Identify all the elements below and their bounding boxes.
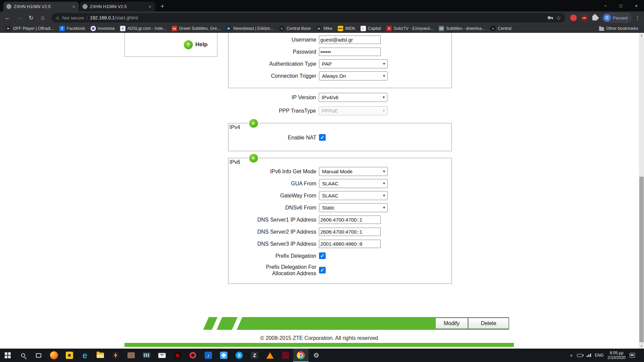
bookmark-item[interactable]: Facebook	[57, 25, 88, 32]
form-row-password: Password	[228, 46, 451, 58]
minimize-button[interactable]: −	[598, 0, 613, 11]
auth-type-select[interactable]: PAP▾	[319, 59, 388, 68]
extension-adblock-button[interactable]	[569, 13, 579, 23]
taskbar-winamp[interactable]	[108, 349, 123, 362]
new-tab-button[interactable]: +	[158, 2, 167, 11]
reload-button[interactable]: ↻	[25, 12, 37, 23]
taskbar-settings[interactable]	[309, 349, 324, 362]
bookmark-label: Newsbeast | Ειδήσε...	[233, 26, 274, 31]
dns-server1-input[interactable]	[319, 216, 381, 224]
task-view-button[interactable]	[31, 349, 46, 362]
prefix-delegation-checkbox[interactable]	[319, 252, 326, 259]
bookmark-item[interactable]: SubzTV - Ελληνικοί...	[384, 25, 436, 32]
scrollbar-thumb[interactable]	[639, 177, 644, 342]
maximize-button[interactable]: □	[613, 0, 629, 11]
help-icon[interactable]: ?	[184, 40, 193, 49]
address-bar[interactable]: ⚠ Not secure 192.168.0.1/start.ghtml ☆	[52, 13, 565, 22]
auth-type-label: Authentication Type	[228, 61, 319, 67]
browser-menu-button[interactable]: ⋮	[633, 15, 642, 21]
extensions-menu-button[interactable]	[590, 13, 600, 23]
taskbar-file-explorer[interactable]	[93, 349, 108, 362]
security-chip[interactable]: Not secure	[62, 15, 84, 20]
password-input[interactable]	[319, 48, 381, 56]
taskbar-skype[interactable]	[231, 349, 247, 362]
bookmark-item[interactable]: Mike	[314, 25, 334, 32]
network-icon[interactable]	[587, 354, 591, 357]
imdb-favicon	[338, 26, 343, 31]
action-center-icon[interactable]	[630, 353, 635, 358]
back-button[interactable]: ←	[2, 12, 13, 23]
taskbar-vlc[interactable]	[262, 349, 278, 362]
page-scrollbar[interactable]: ▲ ▼	[639, 33, 644, 349]
taskbar-netflix[interactable]	[170, 349, 185, 362]
bookmark-star-icon[interactable]: ☆	[556, 14, 561, 21]
browser-tab-2[interactable]: ZXHN H108N V2.5 ×	[79, 2, 155, 11]
username-input[interactable]	[319, 36, 381, 44]
bookmark-label: IMDb	[345, 26, 355, 31]
gateway-from-select[interactable]: SLAAC▾	[319, 191, 388, 200]
banner-stripe	[203, 317, 218, 330]
prefix-delegation-alloc-label-line2: Allocation Address	[228, 270, 316, 277]
taskbar-chrome[interactable]	[293, 349, 309, 362]
taskbar-mail[interactable]	[154, 349, 170, 362]
taskbar-firefox[interactable]	[46, 349, 62, 362]
bookmark-item[interactable]: IMDb	[335, 25, 358, 32]
delete-button[interactable]: Delete	[468, 318, 509, 329]
bookmark-item[interactable]: Central Base	[277, 25, 313, 32]
bookmark-item[interactable]: Central	[488, 25, 514, 32]
bookmark-item[interactable]: insomnia	[88, 25, 117, 32]
taskbar-edge[interactable]	[77, 349, 93, 362]
dns-server2-input[interactable]	[319, 228, 381, 236]
help-label[interactable]: Help	[195, 41, 208, 48]
bookmark-item[interactable]: Newsbeast | Ειδήσε...	[223, 25, 276, 32]
connection-trigger-select[interactable]: Always On▾	[319, 71, 388, 80]
prefix-delegation-alloc-checkbox[interactable]	[319, 267, 326, 274]
taskbar-keeper[interactable]	[62, 349, 77, 362]
home-button[interactable]: ⌂	[37, 12, 48, 23]
profile-chip[interactable]: C Paused	[602, 13, 631, 22]
start-button[interactable]	[0, 349, 15, 362]
ip-version-select[interactable]: IPv4/v6▾	[319, 93, 387, 102]
dnsv6-from-select[interactable]: Static▾	[319, 203, 388, 212]
sync-status-label: Paused	[613, 15, 628, 20]
taskbar-opera[interactable]	[185, 349, 201, 362]
scroll-down-arrow[interactable]: ▼	[639, 344, 644, 349]
hidden-icons-chevron[interactable]: ∧	[570, 353, 573, 358]
modify-button[interactable]: Modify	[435, 318, 468, 329]
taskbar-zip[interactable]	[247, 349, 262, 362]
taskbar-archive[interactable]	[123, 349, 139, 362]
tab-close-icon[interactable]: ×	[72, 4, 76, 9]
taskbar-photos[interactable]	[216, 349, 231, 362]
ipv6-collapse-icon[interactable]: «	[249, 154, 258, 163]
tab-close-icon[interactable]: ×	[148, 4, 152, 9]
taskbar-authy[interactable]	[278, 349, 293, 362]
bookmark-item[interactable]: ADSLgr.com - Inde...	[118, 25, 169, 32]
language-indicator[interactable]: ENG	[595, 353, 604, 358]
close-button[interactable]: ×	[629, 0, 644, 11]
password-key-icon[interactable]	[547, 15, 553, 21]
browser-tab-1[interactable]: ZXHN H108N V2.5 ×	[3, 2, 79, 11]
forward-button[interactable]: →	[14, 12, 25, 23]
url-text: 192.168.0.1/start.ghtml	[90, 15, 138, 20]
enable-nat-checkbox[interactable]	[319, 134, 326, 141]
gua-from-select[interactable]: SLAAC▾	[319, 179, 388, 188]
other-bookmarks-button[interactable]: Other bookmarks	[597, 25, 641, 32]
ipv6-info-get-mode-label: IPv6 Info Get Mode	[228, 168, 319, 175]
bookmark-item[interactable]: Subtitles - downloa...	[436, 25, 487, 32]
ipv6-info-get-mode-select[interactable]: Manual Mode▾	[319, 167, 388, 176]
bookmark-item[interactable]: Capital	[358, 25, 383, 32]
extension-ublock-button[interactable]: UD	[579, 13, 589, 23]
caret-down-icon: ▾	[383, 181, 385, 186]
taskbar-clock[interactable]: 8:05 μμ 2/10/2020	[608, 351, 626, 360]
bookmark-item[interactable]: OFF Player | Offradi...	[3, 25, 56, 32]
scroll-up-arrow[interactable]: ▲	[639, 33, 644, 38]
bookmark-item[interactable]: Greek Subtitles, Gre...	[169, 25, 223, 32]
taskbar-search-button[interactable]	[15, 349, 31, 362]
taskbar-keyboard[interactable]	[139, 349, 154, 362]
ublock-icon: UD	[581, 15, 587, 21]
taskbar-music[interactable]	[201, 349, 216, 362]
dns-server3-input[interactable]	[319, 240, 381, 248]
windows-taskbar: ∧ ENG 8:05 μμ 2/10/2020	[0, 349, 644, 362]
ipv4-collapse-icon[interactable]: «	[249, 119, 258, 128]
battery-icon[interactable]	[577, 354, 583, 357]
